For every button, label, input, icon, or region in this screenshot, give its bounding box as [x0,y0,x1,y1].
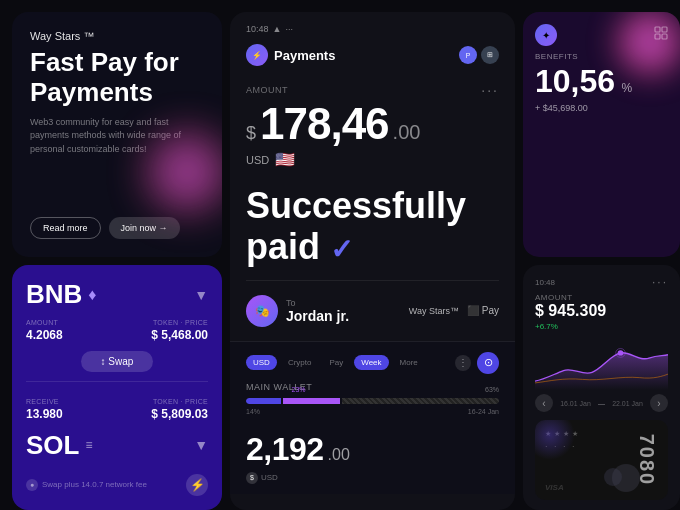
app-logo: Way Stars ™ [30,30,204,42]
chart-menu[interactable]: ··· [652,275,668,289]
amount-display-row: $ 178,46 .00 [246,102,499,146]
recipient-avatar: 🎭 [246,295,278,327]
wallet-controls: ⋮ ⊙ [455,352,499,374]
benefits-percent: % [622,81,633,95]
credit-card-mini: ★★★★ · · · · VISA 7080 [535,420,668,500]
amount-main: 178,46 [260,102,389,146]
payment-success-section: Successfully paid ✓ [230,175,515,280]
chart-date-from: 16.01 Jan [560,400,591,407]
bnb-amount-stat: AMOUNT 4.2068 [26,319,113,342]
svg-rect-0 [655,27,660,32]
bnb-amount-label: AMOUNT [26,319,113,326]
bnb-price-val: $ 5,468.00 [121,328,208,342]
readmore-button[interactable]: Read more [30,217,101,239]
bnb-token-label: TOKEN · PRICE [121,319,208,326]
chart-label: AMOUNT [535,293,668,302]
dollar-sign: $ [246,123,256,144]
progress-seg1 [246,398,281,404]
tab-more[interactable]: More [393,355,425,370]
chart-time: 10:48 [535,278,555,287]
success-text: Successfully paid ✓ [246,185,499,268]
hero-card: Way Stars ™ Fast Pay for Payments Web3 c… [12,12,222,257]
recipient-info: 🎭 To Jordan jr. [246,295,349,327]
status-bar: 10:48 ▲ ··· [246,24,293,34]
star-icon: ✦ [535,24,557,46]
payment-amount-section: AMOUNT ··· $ 178,46 .00 USD 🇺🇸 [230,70,515,175]
hero-blob-decoration [142,127,222,217]
bnb-amount-val: 4.2068 [26,328,113,342]
join-button[interactable]: Join now → [109,217,180,239]
bnb-label: BNB [26,279,82,310]
status-time: 10:48 [246,24,269,34]
wallet-bottom-section: USD Crypto Pay Week More ⋮ ⊙ MAIN WALLET… [230,341,515,494]
fee-text: Swap plus 14.0.7 network fee [42,480,147,489]
waystars-method: Way Stars™ [409,306,459,316]
apple-pay-method: ⬛ Pay [467,305,499,316]
currency-label: USD [246,154,269,166]
wallet-tabs: USD Crypto Pay Week More ⋮ ⊙ [246,352,499,374]
wifi-icon: ▲ [273,24,282,34]
benefits-icon-row: ✦ [535,24,668,46]
currency-badge-text: USD [261,473,278,482]
seg3-percent-label: 63% [485,386,499,393]
swap-button-row: ↕ Swap [26,351,208,372]
swap-card: BNB ♦ ▼ AMOUNT 4.2068 TOKEN · PRICE $ 5,… [12,265,222,510]
payment-title-row: ⚡ Payments P ⊞ [230,40,515,70]
user-icon-circle[interactable]: P [459,46,477,64]
amount-label: AMOUNT [246,85,288,95]
benefits-amount-row: 10,56 % [535,65,668,97]
chart-change: +6.7% [535,322,668,331]
tab-crypto[interactable]: Crypto [281,355,319,370]
tab-usd[interactable]: USD [246,355,277,370]
chart-svg [535,337,668,390]
cc-circle-deco2 [604,468,622,486]
bnb-stats: AMOUNT 4.2068 TOKEN · PRICE $ 5,468.00 [26,319,208,342]
svg-rect-2 [655,34,660,39]
wallet-icon[interactable]: ⊙ [477,352,499,374]
fee-dot: ● [26,479,38,491]
cc-visa-label: VISA [545,483,564,492]
payment-card: 10:48 ▲ ··· ⚡ Payments P ⊞ AMOUNT ··· $ [230,12,515,510]
balance-row: 2,192 .00 [246,431,499,468]
bnb-row: BNB ♦ ▼ [26,279,208,310]
benefits-label: BENEFITS [535,52,668,61]
benefits-card: ✦ BENEFITS 10,56 % + $45,698.00 [523,12,680,257]
payment-methods: Way Stars™ ⬛ Pay [409,305,499,316]
currency-row: USD 🇺🇸 [246,150,499,169]
progress-seg3 [342,398,499,404]
chart-next-button[interactable]: › [650,394,668,412]
swap-button[interactable]: ↕ Swap [81,351,154,372]
grid-expand-icon[interactable] [654,26,668,44]
more-icon[interactable]: ⋮ [455,355,471,371]
tab-week[interactable]: Week [354,355,388,370]
swap-divider [26,381,208,382]
sol-price-stat: TOKEN · PRICE $ 5,809.03 [121,398,208,421]
payment-label: Payments [274,48,335,63]
chart-prev-button[interactable]: ‹ [535,394,553,412]
chart-dot [618,350,624,355]
check-icon: ✓ [330,234,353,265]
sol-receive-label: RECEIVE [26,398,113,405]
sol-receive-stat: RECEIVE 13.980 [26,398,113,421]
usd-badge: $ USD [246,472,499,484]
payment-section-title: ⚡ Payments [246,44,335,66]
chart-amount: $ 945.309 [535,302,668,320]
seg1-label: 14% [246,408,260,415]
wallet-label: MAIN WALLET [246,382,499,392]
tab-pay[interactable]: Pay [322,355,350,370]
chart-card: 10:48 ··· AMOUNT $ 945.309 +6.7% [523,265,680,510]
sol-label: SOL [26,430,79,461]
amount-menu[interactable]: ··· [481,82,499,98]
benefits-sub-amount: + $45,698.00 [535,103,668,113]
success-line2: paid [246,226,320,267]
bnb-expand-arrow[interactable]: ▼ [194,287,208,303]
sol-row: SOL ≡ ▼ [26,430,208,461]
sol-name: SOL ≡ [26,430,92,461]
app-tagline: ™ [83,30,94,42]
hero-buttons: Read more Join now → [30,217,204,239]
menu-icon-circle[interactable]: ⊞ [481,46,499,64]
sol-expand-arrow[interactable]: ▼ [194,437,208,453]
bnb-name: BNB ♦ [26,279,97,310]
seg2-percent-label: 23% [292,386,306,393]
chart-date-to: 22.01 Jan [612,400,643,407]
